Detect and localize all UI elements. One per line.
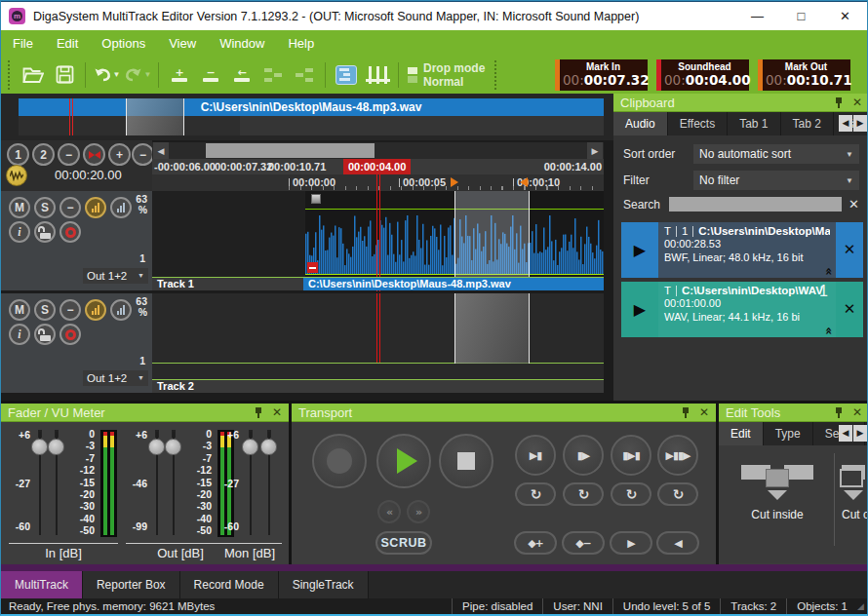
meter-gold-button[interactable] — [85, 299, 106, 321]
sort-order-select[interactable]: No automatic sort▼ — [693, 144, 859, 164]
menu-help[interactable]: Help — [288, 36, 314, 51]
tab-tab2[interactable]: Tab 2 — [781, 112, 834, 135]
ruler-times-row[interactable]: -00:00:06.00 00:00:07.32 00:00:10.71 00:… — [152, 159, 604, 174]
mark-out-flag-icon[interactable] — [520, 177, 528, 187]
close-panel-icon[interactable]: ✕ — [699, 406, 709, 418]
clipboard-entry-2[interactable]: ▶ T C:\Users\nin\Desktop\WAV 1 00:01:00.… — [621, 282, 863, 337]
entry-info[interactable]: T 1 C:\Users\nin\Desktop\Mau 00:00:28.53… — [658, 222, 836, 278]
pin-icon[interactable] — [835, 97, 843, 108]
tab-audio[interactable]: Audio — [613, 112, 668, 135]
clip-start-marker[interactable] — [307, 262, 318, 273]
undo-dropdown-icon[interactable]: ▼ — [113, 70, 121, 79]
play-selection-button[interactable]: ▮▶▮ — [611, 435, 651, 476]
add-marker-button[interactable]: ◆+ — [514, 531, 557, 555]
filter-select[interactable]: No filter▼ — [693, 171, 859, 190]
mute-button[interactable]: M — [9, 299, 30, 321]
rewind-button[interactable]: « — [377, 500, 401, 523]
selection-region[interactable] — [454, 191, 530, 277]
project-overview[interactable]: C:\Users\nin\Desktop\Maus-48.mp3.wav — [1, 94, 613, 140]
pin-icon[interactable] — [682, 407, 690, 418]
fader-slider[interactable] — [33, 430, 47, 537]
cut-inside-tool[interactable]: Cut inside — [730, 459, 824, 521]
close-button[interactable]: ✕ — [823, 2, 867, 30]
fader-slider[interactable] — [150, 430, 164, 537]
volume-envelope-line[interactable] — [152, 363, 604, 364]
expand-entry-icon[interactable]: « — [822, 267, 835, 275]
zoom-in-button[interactable]: + — [108, 143, 131, 166]
record-arm-button[interactable] — [59, 221, 81, 243]
track-name[interactable]: Track 1 — [152, 278, 303, 290]
toolbar-grip[interactable] — [8, 60, 14, 90]
fader-knob[interactable] — [165, 439, 181, 455]
close-panel-icon[interactable]: ✕ — [852, 96, 862, 108]
clip-title-bar[interactable]: C:\Users\nin\Desktop\Maus-48.mp3.wav — [303, 278, 604, 290]
output-selector[interactable]: Out 1+2▼ — [83, 268, 148, 284]
remove-entry-button[interactable]: ✕ — [836, 222, 863, 278]
remove-track-icon[interactable]: − — [196, 60, 225, 90]
fader-knob[interactable] — [31, 439, 48, 455]
tab-multitrack[interactable]: MultiTrack — [1, 571, 83, 598]
tab-singletrack[interactable]: SingleTrack — [279, 571, 369, 598]
menu-window[interactable]: Window — [219, 36, 264, 51]
meter-blue-button[interactable] — [110, 197, 132, 218]
save-icon[interactable] — [50, 60, 79, 90]
menu-options[interactable]: Options — [101, 36, 145, 51]
fader-knob[interactable] — [148, 439, 165, 455]
mark-out-display[interactable]: Mark Out 00:00:10.71 — [758, 59, 850, 91]
lock-button[interactable] — [34, 221, 56, 243]
previous-marker-button[interactable]: ◀ — [656, 531, 699, 555]
overview-viewport-box[interactable] — [126, 98, 184, 135]
ruler-playhead[interactable] — [376, 174, 380, 191]
info-button[interactable]: i — [9, 324, 30, 345]
waveform-display-button[interactable] — [6, 165, 27, 186]
add-track-icon[interactable]: + — [165, 60, 194, 90]
lock-button[interactable] — [34, 324, 56, 345]
minimize-track-button[interactable]: − — [59, 197, 81, 218]
fader-knob[interactable] — [242, 439, 258, 455]
tab-scroll-left-icon[interactable]: ◀ — [839, 425, 852, 442]
tab-scroll-left-icon[interactable]: ◀ — [839, 115, 852, 132]
remove-entry-button[interactable]: ✕ — [836, 282, 863, 337]
snap-to-start-icon[interactable]: ← — [227, 60, 256, 90]
tab-scroll-right-icon[interactable]: ▶ — [853, 425, 867, 442]
tab-effects[interactable]: Effects — [668, 112, 728, 135]
tab-scroll-right-icon[interactable]: ▶ — [853, 115, 867, 132]
record-button[interactable] — [312, 434, 367, 488]
expand-entry-icon[interactable]: « — [822, 327, 835, 334]
scroll-right-icon[interactable]: ▶ — [587, 142, 603, 159]
mark-in-flag-icon[interactable] — [451, 177, 458, 187]
show-track-1-button[interactable]: 1 — [7, 143, 29, 166]
clip-handle[interactable] — [311, 194, 321, 204]
show-track-2-button[interactable]: 2 — [32, 143, 55, 166]
fader-knob[interactable] — [48, 439, 64, 455]
overview-clip-bar[interactable]: C:\Users\nin\Desktop\Maus-48.mp3.wav — [19, 98, 604, 116]
play-from-soundhead-button[interactable]: ▮▶ — [563, 435, 604, 476]
solo-button[interactable]: S — [34, 197, 56, 218]
loop-button-2[interactable]: ↻ — [563, 482, 604, 506]
track-2-lane[interactable] — [152, 293, 604, 379]
solo-button[interactable]: S — [34, 299, 56, 321]
fader-slider[interactable] — [167, 430, 180, 537]
minimize-button[interactable]: — — [735, 2, 779, 30]
play-around-button[interactable]: ▶▮▮▶ — [657, 435, 698, 476]
fader-slider[interactable] — [244, 430, 257, 537]
resize-grip-icon[interactable]: ◢ — [857, 598, 868, 615]
zoom-out-button[interactable]: − — [132, 143, 154, 166]
fader-knob[interactable] — [260, 439, 277, 455]
minimize-track-button[interactable]: − — [59, 299, 81, 321]
ruler-ticks-row[interactable]: 00:00:00 00:00:05 00:00:10 — [152, 174, 604, 191]
cut-outside-tool[interactable]: Cut o — [842, 459, 868, 521]
fader-slider[interactable] — [50, 430, 63, 537]
mixer-view-icon[interactable] — [363, 60, 392, 90]
output-selector[interactable]: Out 1+2▼ — [83, 370, 148, 386]
stop-button[interactable] — [439, 434, 493, 488]
track-1-lane[interactable] — [152, 191, 604, 277]
play-to-soundhead-button[interactable]: ▶▮ — [515, 435, 556, 476]
tab-reporter-box[interactable]: Reporter Box — [83, 571, 180, 598]
fader-slider[interactable] — [262, 430, 276, 537]
tab-edit[interactable]: Edit — [719, 422, 764, 445]
forward-button[interactable]: » — [407, 500, 430, 523]
close-panel-icon[interactable]: ✕ — [272, 406, 282, 418]
tab-type[interactable]: Type — [764, 422, 813, 445]
zoom-to-selection-button[interactable] — [83, 143, 105, 166]
